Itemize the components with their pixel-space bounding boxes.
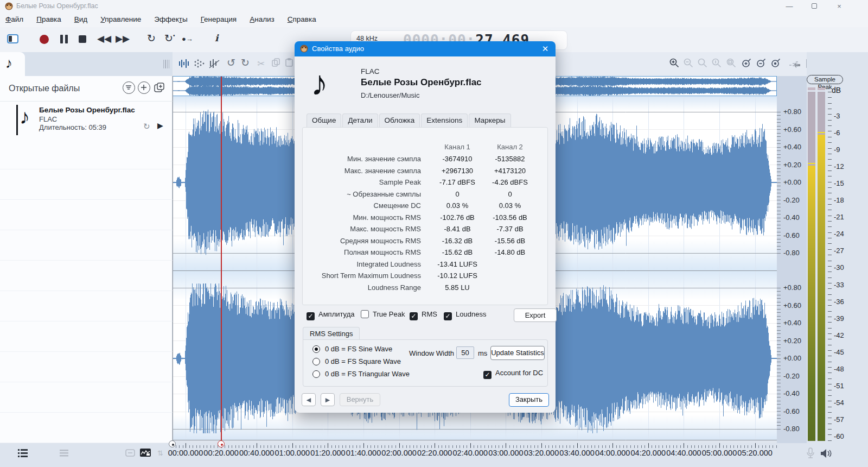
dialog-tab[interactable]: Обложка (379, 113, 420, 127)
zoom-one-icon[interactable] (711, 58, 722, 68)
redo-icon[interactable]: ↻ (241, 56, 250, 69)
add-file-icon[interactable] (138, 81, 150, 94)
db-label: -18 (834, 196, 856, 204)
checkbox[interactable]: ✓ (444, 312, 452, 320)
swap-channels-icon[interactable]: ⇅ (157, 449, 163, 457)
update-statistics-button[interactable]: Update Statistics (490, 346, 545, 360)
timeline-ruler[interactable]: 00:00.00000:20.00000:40.00001:00.00001:2… (173, 443, 777, 467)
next-file-button[interactable]: ▶ (321, 393, 335, 406)
stats-rows: Мин. значение сэмпла -3674910 -5135882 М… (303, 155, 548, 295)
rewind-button[interactable]: ◀◀ (97, 33, 111, 45)
stats-row: Макс. значение сэмпла +2967130 +4173120 (303, 167, 548, 179)
menu-item[interactable]: Справка (288, 15, 316, 23)
stat-value-ch1: 0.03 % (433, 201, 482, 210)
prev-file-button[interactable]: ◀ (302, 393, 316, 406)
dialog-tab[interactable]: Маркеры (469, 113, 510, 127)
dialog-tab[interactable]: Extensions (421, 113, 468, 127)
zoom-in-icon[interactable] (669, 58, 680, 68)
stat-value-ch1: -8.41 dB (433, 225, 482, 233)
radio-button[interactable] (312, 345, 320, 353)
waveform-view-icon[interactable] (178, 58, 190, 71)
menu-item[interactable]: Файл (5, 15, 23, 23)
minimap-toggle-icon[interactable] (140, 449, 151, 458)
menu-item[interactable]: Вид (74, 15, 87, 23)
zoom-fit-icon[interactable] (726, 58, 737, 68)
file-duration: Длительность: 05:39 (39, 123, 106, 131)
info-icon[interactable]: i (215, 33, 218, 43)
close-button[interactable]: × (834, 1, 845, 12)
timeline-label: 05:00.000 (702, 449, 737, 457)
rms-settings-tab[interactable]: RMS Settings (303, 327, 360, 340)
menu-item[interactable]: Эффекты (154, 15, 187, 23)
checkbox[interactable]: ✓ (410, 312, 418, 320)
stat-value-ch1: -7.17 dBFS (433, 178, 482, 186)
close-dialog-button[interactable]: Закрыть (509, 393, 549, 407)
amp-label: +0.20 (783, 161, 807, 169)
forward-button[interactable]: ▶▶ (116, 33, 130, 45)
spectral-view-icon[interactable] (193, 58, 205, 71)
dialog-close-icon[interactable]: ✕ (540, 44, 550, 54)
list-view-icon[interactable] (17, 448, 28, 459)
dialog-file-path: D:/Lenouser/Music (361, 91, 419, 99)
zoom-out-icon[interactable] (683, 58, 694, 68)
amp-label: +0.60 (783, 125, 807, 134)
loop-once-icon[interactable]: ↻• (164, 32, 175, 45)
amplitude-scale: +0.80+0.60+0.40+0.20+0.00-0.20-0.40-0.60… (777, 76, 807, 443)
stats-row: Short Term Maximum Loudness -10.12 LUFS (303, 272, 548, 283)
play-from-cursor-icon[interactable]: ●→ (182, 35, 193, 43)
file-list-item[interactable]: ♪ Белые Розы Оренбург.flac FLAC Длительн… (0, 103, 173, 139)
menu-item[interactable]: Управление (100, 15, 141, 23)
menu-item[interactable]: Правка (36, 15, 61, 23)
filter-icon[interactable] (123, 81, 135, 94)
amp-label: -0.80 (783, 249, 807, 257)
revert-button[interactable]: Вернуть (340, 393, 380, 406)
duplicate-add-icon[interactable] (153, 81, 165, 94)
checkbox-label: Loudness (456, 310, 486, 318)
amp-label: +0.00 (783, 178, 807, 187)
maximize-button[interactable] (809, 1, 820, 12)
undo-icon[interactable]: ↺ (227, 56, 235, 69)
toolbar-grip[interactable] (165, 60, 169, 68)
stat-value-ch2: +4173120 (486, 167, 534, 175)
timeline-label: 02:00.000 (381, 449, 417, 457)
account-for-dc-checkbox[interactable]: ✓Account for DC (483, 369, 543, 379)
sidebar-toggle-icon[interactable] (7, 34, 18, 43)
stop-button[interactable] (79, 35, 86, 43)
meter-mode-pill[interactable]: Sample Peak (807, 75, 843, 84)
loop-icon[interactable]: ↻ (143, 122, 150, 131)
pause-button[interactable] (60, 35, 63, 43)
copy-icon[interactable] (271, 58, 281, 69)
selection-start-marker[interactable] (169, 440, 176, 447)
levels-icon[interactable] (788, 58, 799, 70)
radio-button[interactable] (312, 358, 320, 365)
checkbox[interactable] (361, 310, 369, 318)
vzoom-in-icon[interactable] (741, 58, 752, 68)
cut-icon[interactable]: ✂ (257, 58, 265, 70)
dialog-tab[interactable]: Детали (342, 113, 378, 127)
zoom-selection-icon[interactable] (697, 58, 708, 68)
export-button[interactable]: Export (514, 308, 557, 322)
amp-label: -0.60 (783, 231, 807, 240)
paste-icon[interactable] (284, 58, 294, 69)
dialog-title-bar[interactable]: Свойства аудио ✕ (295, 41, 556, 56)
loop-icon[interactable]: ↻ (147, 32, 156, 45)
menu-item[interactable]: Анализ (250, 15, 275, 23)
menu-item[interactable]: Генерация (201, 15, 237, 23)
playhead-marker[interactable] (218, 440, 225, 447)
compact-view-icon[interactable] (125, 449, 135, 458)
vzoom-fit-icon[interactable] (770, 58, 781, 68)
checkbox[interactable]: ✓ (483, 371, 492, 379)
vzoom-out-icon[interactable] (756, 58, 767, 68)
menu-lines-icon[interactable] (59, 448, 69, 459)
sidebar-tab-files[interactable]: ♪ (0, 52, 25, 76)
checkbox[interactable]: ✓ (307, 312, 315, 320)
play-icon[interactable]: ▶ (157, 121, 163, 130)
combined-view-icon[interactable] (208, 58, 220, 71)
dialog-tab[interactable]: Общие (307, 113, 341, 127)
microphone-icon[interactable] (806, 447, 815, 461)
minimize-button[interactable]: — (784, 1, 795, 12)
record-button[interactable] (40, 35, 49, 44)
radio-button[interactable] (312, 370, 320, 378)
speaker-icon[interactable] (820, 449, 833, 460)
window-width-input[interactable]: 50 (456, 346, 474, 359)
